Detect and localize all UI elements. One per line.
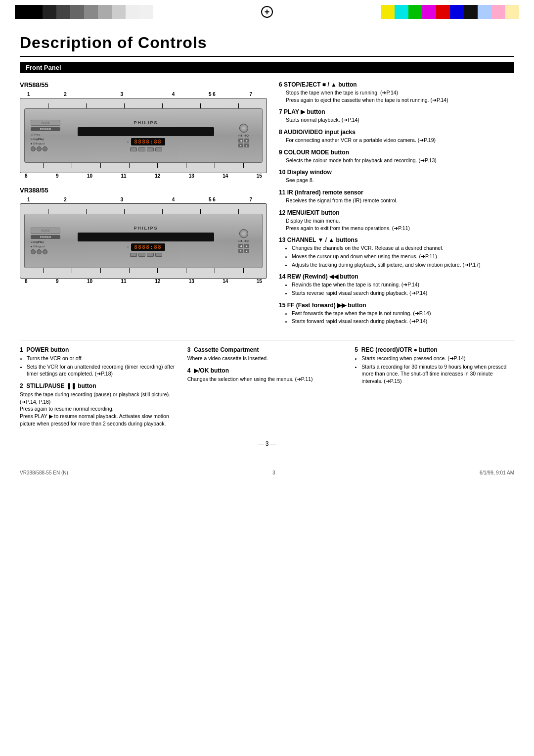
bottom-item-4: 4 ▶/OK button Changes the selection when… (187, 367, 347, 383)
desc-title-12: 12 MENU/EXIT button (279, 209, 514, 216)
vcr-388-brand: PHILIPS (134, 226, 158, 231)
vcr-388-callouts-bottom (24, 268, 263, 274)
color-bar-blue (450, 5, 464, 19)
bottom-1-bullet-1: Turns the VCR on or off. (27, 355, 179, 362)
desc-body-14: Rewinds the tape when the tape is not ru… (286, 281, 514, 296)
vcr-small-buttons (31, 146, 60, 151)
desc-13-bullet-3: Adjusts the tracking during playback, st… (292, 261, 514, 269)
bottom-title-4: 4 ▶/OK button (187, 367, 347, 374)
vcr-388-alias: ALIAS (31, 228, 60, 234)
bottom-callout-lines (24, 163, 263, 169)
descriptions-panel: 6 STOP/EJECT ■ / ▲ button Stops the tape… (279, 81, 514, 330)
desc-item-12: 12 MENU/EXIT button Display the main men… (279, 209, 514, 232)
callout-line-3 (124, 103, 125, 108)
num388-b-11: 11 (121, 279, 127, 284)
vcr-freq-label: ⊙ Freq (31, 133, 60, 136)
num388-b-9: 9 (56, 279, 59, 284)
num-b-13: 13 (189, 173, 194, 179)
callout-line-b4 (129, 163, 130, 168)
bottom-body-4: Changes the selection when using the men… (187, 376, 347, 383)
color-bar-red (436, 5, 450, 19)
desc-body-15: Fast forwards the tape when the tape is … (286, 310, 514, 325)
desc-15-bullet-2: Starts forward rapid visual search durin… (292, 318, 514, 325)
bottom-item-1: 1 POWER button Turns the VCR on or off. … (20, 346, 179, 378)
vcr-588-bottom-numbers: 8 9 10 11 12 13 14 15 (20, 173, 267, 179)
color-bar-magenta (422, 5, 436, 19)
desc-title-6: 6 STOP/EJECT ■ / ▲ button (279, 81, 514, 88)
gs-bar-3 (43, 5, 56, 19)
desc-13-bullet-2: Moves the cursor up and down when using … (292, 253, 514, 260)
footer-page: 3 (272, 470, 275, 475)
vcr-display-row: ≋ 8888:88 (127, 138, 165, 145)
num-label-3: 3 (120, 92, 123, 97)
vcr-bottom-buttons (130, 147, 162, 151)
vcr-brand-label: PHILIPS (134, 120, 158, 125)
num388-b-13: 13 (189, 279, 194, 284)
num388-label-2: 2 (64, 197, 67, 202)
color-bars (381, 5, 519, 19)
vcr-round-btn-1 (239, 124, 248, 133)
vcr-388-longplay: LongPlay (31, 240, 60, 243)
callout-line-b7 (215, 163, 215, 168)
vcr-ctrl-btn-4 (155, 147, 162, 151)
num388-b-10: 10 (87, 279, 92, 284)
vcr-388-power: POWER (31, 235, 60, 239)
vcr-388-left: ALIAS POWER LongPlay ■ Bilingual (31, 228, 60, 254)
callout-line-2 (86, 103, 87, 108)
bottom-col-2: 3 Cassette Compartment Where a video cas… (187, 346, 347, 432)
num388-label-56: 5 6 (209, 197, 216, 202)
title-c-letter: C (138, 34, 150, 51)
gs-bar-2 (29, 5, 43, 19)
num388-b-14: 14 (222, 279, 228, 284)
vcr-tape-slot (78, 127, 215, 136)
num-b-9: 9 (56, 173, 59, 179)
vcr-small-btn-2 (37, 146, 42, 151)
num-b-15: 15 (257, 173, 262, 179)
desc-body-9: Selects the colour mode both for playbac… (286, 157, 514, 164)
vcr-nav-row-2: ▼ ▲ (238, 143, 249, 147)
num-label-1: 1 (27, 92, 30, 97)
callout-line-b2 (72, 163, 72, 168)
desc-body-8: For connecting another VCR or a portable… (286, 137, 514, 144)
gs-bar-1 (15, 5, 29, 19)
bottom-title-3: 3 Cassette Compartment (187, 346, 347, 353)
desc-title-13: 13 CHANNEL ▼ / ▲ buttons (279, 236, 514, 243)
num-b-11: 11 (121, 173, 127, 179)
callout-line-b1 (43, 163, 44, 168)
top-color-bars (0, 0, 534, 24)
title-underline (20, 56, 514, 57)
vcr-nav-btn-4: ▲ (244, 143, 249, 147)
page-content: Description of Controls Front Panel VR58… (0, 24, 534, 460)
desc-title-11: 11 IR (infrared) remote sensor (279, 189, 514, 196)
desc-15-bullet-1: Fast forwards the tape when the tape is … (292, 310, 514, 317)
callout-line-6 (238, 103, 239, 108)
vcr-center-panel: PHILIPS ≋ 8888:88 (60, 120, 231, 151)
bottom-col-3: 5 REC (record)/OTR ● button Starts recor… (355, 346, 514, 432)
bottom-item-3: 3 Cassette Compartment Where a video cas… (187, 346, 347, 362)
vcr-388-center: PHILIPS ≋ 8888:88 (60, 226, 231, 257)
vcr-time-display: 8888:88 (131, 138, 165, 145)
desc-13-bullet-1: Changes the channels on the VCR. Release… (292, 244, 514, 252)
desc-title-15: 15 FF (Fast forward) ▶▶ button (279, 302, 514, 309)
vcr-longplay-label: LongPlay (31, 138, 60, 141)
diagram-area: VR588/55 1 2 3 4 5 6 7 (20, 81, 267, 330)
title-rest1: escription of (32, 34, 138, 51)
callout-line-4 (162, 103, 163, 108)
color-bar-cyan (395, 5, 408, 19)
desc-item-14: 14 REW (Rewind) ◀◀ button Rewinds the ta… (279, 273, 514, 296)
vcr-right-panel: HI·HQ ◀ ▶ ▼ ▲ (231, 124, 256, 147)
callout-line-b5 (157, 163, 158, 168)
color-bar-extra (505, 5, 519, 19)
vcr-small-btn-1 (31, 146, 36, 151)
desc-title-7: 7 PLAY ▶ button (279, 108, 514, 115)
desc-body-10: See page 8. (286, 177, 514, 184)
color-bar-black (464, 5, 478, 19)
gs-bar-4 (56, 5, 70, 19)
vcr-388-label: VR388/55 (20, 187, 267, 194)
desc-item-13: 13 CHANNEL ▼ / ▲ buttons Changes the cha… (279, 236, 514, 268)
num-label-56: 5 6 (209, 92, 216, 97)
vcr-388-slot (78, 233, 215, 241)
desc-title-9: 9 COLOUR MODE button (279, 149, 514, 156)
vcr-388-display-row: ≋ 8888:88 (127, 243, 165, 251)
bottom-body-5: Starts recording when pressed once. (➜P.… (355, 355, 514, 385)
